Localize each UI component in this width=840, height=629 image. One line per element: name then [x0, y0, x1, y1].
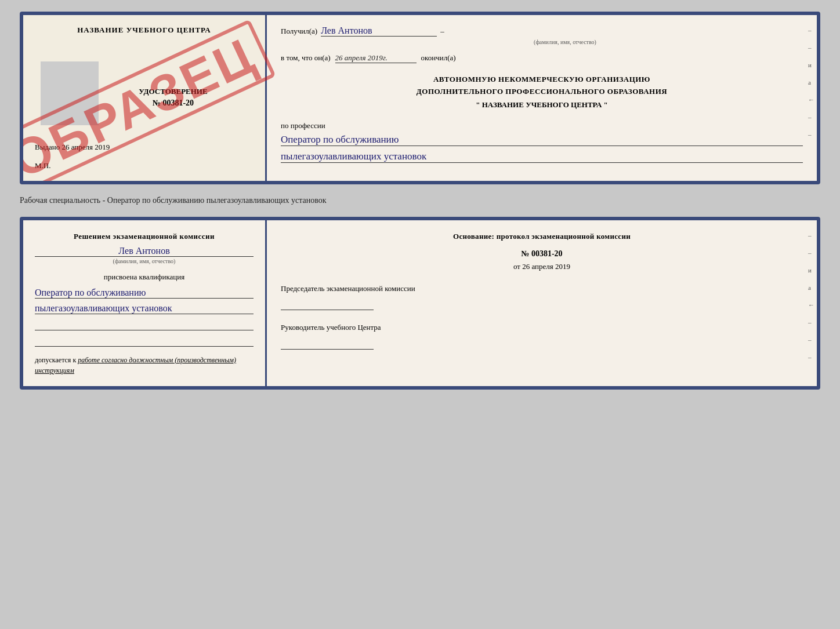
- poluchil-label: Получил(а): [281, 27, 317, 36]
- vydano-line: Выдано 26 апреля 2019: [35, 143, 254, 152]
- vydano-date: 26 апреля 2019: [62, 143, 110, 151]
- ot-label: от: [513, 262, 520, 271]
- separator-label: Рабочая специальность - Оператор по обсл…: [20, 195, 820, 206]
- po-professii-label: по профессии: [281, 121, 803, 130]
- org-block: АВТОНОМНУЮ НЕКОММЕРЧЕСКУЮ ОРГАНИЗАЦИЮ ДО…: [281, 74, 803, 98]
- photo-placeholder: [41, 61, 99, 125]
- org-quotes: " НАЗВАНИЕ УЧЕБНОГО ЦЕНТРА ": [281, 100, 803, 110]
- resheniem-text: Решением экзаменационной комиссии: [35, 231, 254, 242]
- dopuskaetsya-block: допускается к работе согласно должностны…: [35, 355, 254, 376]
- mp-line: М.П.: [35, 161, 254, 170]
- certificate-number: № 00381-20: [93, 99, 254, 108]
- predsedatel-sign-line: [281, 299, 374, 310]
- rukovoditel-label: Руководитель учебного Центра: [281, 322, 803, 333]
- org-line2: ДОПОЛНИТЕЛЬНОГО ПРОФЕССИОНАЛЬНОГО ОБРАЗО…: [281, 86, 803, 98]
- okonchill-label: окончил(а): [421, 53, 456, 63]
- predsedatel-block: Председатель экзаменационной комиссии: [281, 283, 803, 311]
- bottom-right-panel: Основание: протокол экзаменационной коми…: [267, 220, 817, 386]
- udostoverenie-label: УДОСТОВЕРЕНИЕ: [93, 87, 254, 96]
- bottom-profession-line2: пылегазоулавливающих установок: [35, 303, 254, 314]
- rukovoditel-sign-line: [281, 338, 374, 350]
- bottom-name: Лев Антонов: [35, 246, 254, 257]
- vtom-label: в том, что он(а): [281, 53, 331, 63]
- bottom-left-panel: Решением экзаменационной комиссии Лев Ан…: [23, 220, 267, 386]
- bottom-profession-line1: Оператор по обслуживанию: [35, 288, 254, 299]
- top-left-panel: НАЗВАНИЕ УЧЕБНОГО ЦЕНТРА УДОСТОВЕРЕНИЕ №…: [23, 15, 267, 181]
- po-professii-text: по профессии: [281, 121, 325, 130]
- ot-date-block: от 26 апреля 2019: [281, 262, 803, 271]
- vtom-line: в том, что он(а) 26 апреля 2019г. окончи…: [281, 53, 803, 63]
- udostoverenie-block: УДОСТОВЕРЕНИЕ № 00381-20: [93, 87, 254, 108]
- protocol-number: № 00381-20: [281, 249, 803, 259]
- profession-line1-top: Оператор по обслуживанию: [281, 134, 803, 146]
- fio-hint-bottom: (фамилия, имя, отчество): [35, 258, 254, 264]
- vtom-date: 26 апреля 2019г.: [335, 53, 417, 63]
- blank-line-2: [35, 336, 254, 347]
- top-right-panel: Получил(а) Лев Антонов – (фамилия, имя, …: [267, 15, 817, 181]
- org-line1: АВТОНОМНУЮ НЕКОММЕРЧЕСКУЮ ОРГАНИЗАЦИЮ: [281, 74, 803, 86]
- fio-hint-top: (фамилия, имя, отчество): [327, 39, 803, 45]
- poluchil-line: Получил(а) Лев Антонов –: [281, 26, 803, 37]
- top-document: НАЗВАНИЕ УЧЕБНОГО ЦЕНТРА УДОСТОВЕРЕНИЕ №…: [20, 12, 820, 184]
- osnovanie-title: Основание: протокол экзаменационной коми…: [281, 231, 803, 242]
- blank-line-1: [35, 320, 254, 330]
- recipient-name: Лев Антонов: [321, 26, 437, 37]
- side-marks-top: – – и а ← – –: [808, 27, 814, 138]
- ot-date: 26 апреля 2019: [522, 262, 570, 271]
- vydano-label: Выдано: [35, 143, 60, 151]
- profession-line2-top: пылегазоулавливающих установок: [281, 151, 803, 163]
- top-center-title: НАЗВАНИЕ УЧЕБНОГО ЦЕНТРА: [35, 26, 254, 35]
- prisvoena-label: присвоена квалификация: [35, 272, 254, 282]
- side-marks-bottom: – – и а ← – – –: [808, 232, 814, 361]
- bottom-document: Решением экзаменационной комиссии Лев Ан…: [20, 217, 820, 390]
- dopuskaetsya-label: допускается к: [35, 356, 76, 364]
- predsedatel-label: Председатель экзаменационной комиссии: [281, 283, 803, 294]
- dash-mark: –: [440, 27, 444, 36]
- rukovoditel-block: Руководитель учебного Центра: [281, 322, 803, 350]
